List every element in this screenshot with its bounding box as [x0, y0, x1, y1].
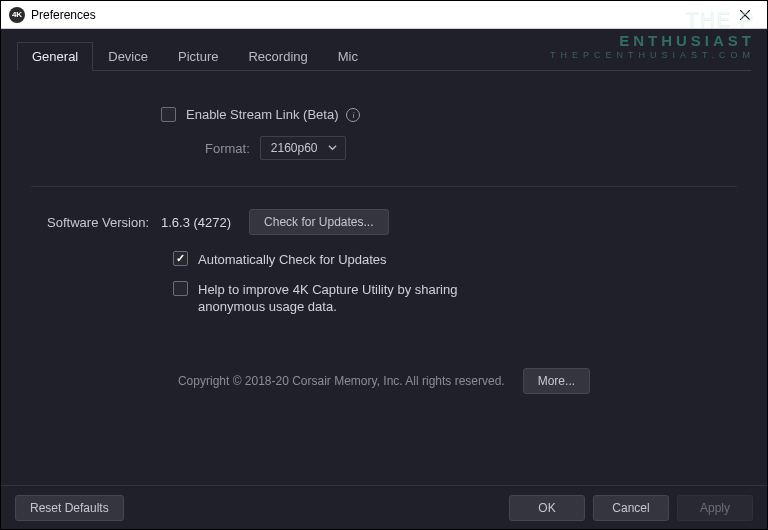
enable-stream-link-checkbox[interactable] [161, 107, 176, 122]
tab-picture[interactable]: Picture [163, 42, 233, 71]
stream-link-row: Enable Stream Link (Beta) i [31, 107, 737, 122]
tab-device[interactable]: Device [93, 42, 163, 71]
format-row: Format: 2160p60 [31, 136, 737, 160]
chevron-down-icon [328, 141, 337, 155]
reset-defaults-button[interactable]: Reset Defaults [15, 495, 124, 521]
auto-check-checkbox[interactable] [173, 251, 188, 266]
auto-check-row: Automatically Check for Updates [173, 251, 593, 269]
telemetry-row: Help to improve 4K Capture Utility by sh… [173, 281, 593, 316]
tabs-container: General Device Picture Recording Mic [1, 29, 767, 71]
footer: Reset Defaults OK Cancel Apply [1, 485, 767, 529]
apply-button[interactable]: Apply [677, 495, 753, 521]
software-version-row: Software Version: 1.6.3 (4272) Check for… [31, 209, 737, 235]
format-value: 2160p60 [271, 141, 318, 155]
tab-mic[interactable]: Mic [323, 42, 373, 71]
copyright-row: Copyright © 2018-20 Corsair Memory, Inc.… [31, 368, 737, 394]
divider [31, 186, 737, 187]
app-icon: 4K [9, 7, 25, 23]
software-version-label: Software Version: [31, 215, 161, 230]
tab-general[interactable]: General [17, 42, 93, 71]
software-version-value: 1.6.3 (4272) [161, 215, 231, 230]
copyright-text: Copyright © 2018-20 Corsair Memory, Inc.… [178, 374, 505, 388]
ok-button[interactable]: OK [509, 495, 585, 521]
check-updates-button[interactable]: Check for Updates... [249, 209, 388, 235]
more-button[interactable]: More... [523, 368, 590, 394]
telemetry-checkbox[interactable] [173, 281, 188, 296]
auto-check-label: Automatically Check for Updates [198, 251, 387, 269]
content: Enable Stream Link (Beta) i Format: 2160… [1, 71, 767, 404]
format-select[interactable]: 2160p60 [260, 136, 346, 160]
window-title: Preferences [31, 8, 96, 22]
format-label: Format: [205, 141, 250, 156]
info-icon[interactable]: i [346, 108, 360, 122]
tabs: General Device Picture Recording Mic [17, 41, 751, 71]
titlebar: 4K Preferences [1, 1, 767, 29]
enable-stream-link-label: Enable Stream Link (Beta) [186, 107, 338, 122]
close-button[interactable] [722, 1, 767, 29]
telemetry-label: Help to improve 4K Capture Utility by sh… [198, 281, 488, 316]
tab-recording[interactable]: Recording [233, 42, 322, 71]
close-icon [740, 10, 750, 20]
cancel-button[interactable]: Cancel [593, 495, 669, 521]
